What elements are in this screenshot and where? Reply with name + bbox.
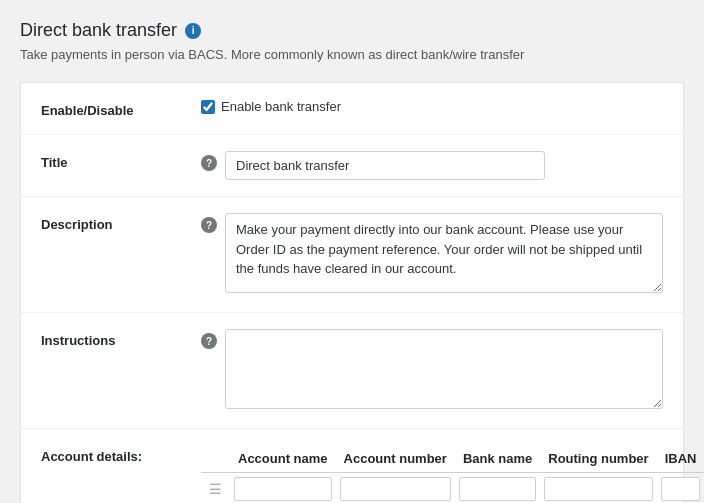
instructions-label: Instructions	[41, 329, 201, 348]
page-wrapper: Direct bank transfer i Take payments in …	[20, 20, 684, 503]
page-title-row: Direct bank transfer i	[20, 20, 684, 41]
settings-form: Enable/Disable Enable bank transfer Titl…	[20, 82, 684, 503]
account-details-field: Account name Account number Bank name Ro…	[201, 445, 704, 503]
title-row: Title ?	[21, 135, 683, 197]
description-label: Description	[41, 213, 201, 232]
drag-col-header	[201, 445, 230, 473]
account-table: Account name Account number Bank name Ro…	[201, 445, 704, 503]
page-title: Direct bank transfer	[20, 20, 177, 41]
account-details-label: Account details:	[41, 445, 201, 464]
description-field: ? Make your payment directly into our ba…	[201, 213, 663, 296]
account-number-cell	[336, 473, 455, 504]
bank-name-header: Bank name	[455, 445, 540, 473]
account-number-input[interactable]	[340, 477, 451, 501]
bank-name-input[interactable]	[459, 477, 536, 501]
account-name-cell	[230, 473, 336, 504]
account-details-section: Account name Account number Bank name Ro…	[201, 445, 704, 503]
title-input-wrapper	[225, 151, 663, 180]
iban-input[interactable]	[661, 477, 701, 501]
page-subtitle: Take payments in person via BACS. More c…	[20, 47, 684, 62]
title-field: ?	[201, 151, 663, 180]
enable-field: Enable bank transfer	[201, 99, 663, 114]
instructions-textarea[interactable]	[225, 329, 663, 409]
routing-number-cell	[540, 473, 656, 504]
account-table-wrapper: Account name Account number Bank name Ro…	[201, 445, 704, 503]
account-name-header: Account name	[230, 445, 336, 473]
account-details-row: Account details: Account name Account nu…	[21, 429, 683, 503]
description-row: Description ? Make your payment directly…	[21, 197, 683, 313]
instructions-row: Instructions ?	[21, 313, 683, 429]
account-number-header: Account number	[336, 445, 455, 473]
account-table-header-row: Account name Account number Bank name Ro…	[201, 445, 704, 473]
instructions-help-icon[interactable]: ?	[201, 333, 217, 349]
iban-cell	[657, 473, 704, 504]
title-input[interactable]	[225, 151, 545, 180]
instructions-input-wrapper	[225, 329, 663, 412]
account-name-input[interactable]	[234, 477, 332, 501]
routing-number-input[interactable]	[544, 477, 652, 501]
instructions-field: ?	[201, 329, 663, 412]
description-input-wrapper: Make your payment directly into our bank…	[225, 213, 663, 296]
enable-label: Enable/Disable	[41, 99, 201, 118]
enable-checkbox[interactable]	[201, 100, 215, 114]
enable-checkbox-row: Enable bank transfer	[201, 99, 341, 114]
description-help-icon[interactable]: ?	[201, 217, 217, 233]
drag-handle-cell: ☰	[201, 473, 230, 504]
title-help-icon[interactable]: ?	[201, 155, 217, 171]
info-badge-icon[interactable]: i	[185, 23, 201, 39]
iban-header: IBAN	[657, 445, 704, 473]
routing-number-header: Routing number	[540, 445, 656, 473]
drag-handle-icon[interactable]: ☰	[205, 481, 226, 497]
description-textarea[interactable]: Make your payment directly into our bank…	[225, 213, 663, 293]
enable-checkbox-label[interactable]: Enable bank transfer	[221, 99, 341, 114]
enable-row: Enable/Disable Enable bank transfer	[21, 83, 683, 135]
table-row: ☰	[201, 473, 704, 504]
title-label: Title	[41, 151, 201, 170]
bank-name-cell	[455, 473, 540, 504]
